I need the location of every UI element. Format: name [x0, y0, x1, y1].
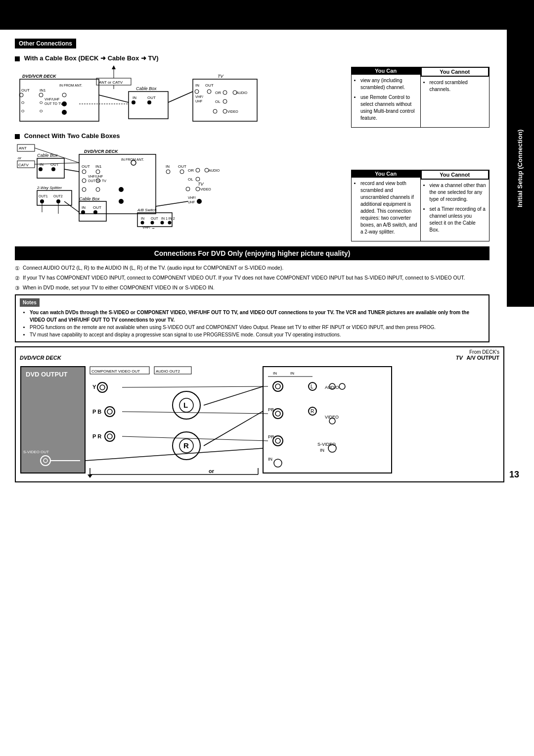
svg-text:OUT: OUT [205, 83, 214, 88]
svg-text:OUT TO TV: OUT TO TV [44, 102, 63, 105]
you-can-header-2: You Can [352, 170, 420, 178]
svg-text:COMPONENT VIDEO OUT: COMPONENT VIDEO OUT [91, 369, 140, 374]
you-cannot-header-2: You Cannot [421, 170, 490, 180]
svg-text:OUT: OUT [178, 164, 186, 169]
svg-text:VIDEO: VIDEO [325, 415, 339, 420]
av-output-label-area: From DECK's TV A/V OUTPUT [456, 349, 499, 361]
you-can-item-1-1: view any (including scrambled) channel. [360, 77, 417, 91]
svg-text:OUT: OUT [147, 95, 156, 100]
svg-point-78 [119, 199, 124, 204]
from-deck-label: From DECK's [456, 349, 499, 355]
svg-point-157 [273, 409, 283, 419]
you-cannot-item-1-1: record scrambled channels. [430, 79, 487, 93]
svg-rect-64 [79, 154, 156, 214]
svg-text:OUT: OUT [21, 88, 30, 93]
svg-line-117 [64, 169, 79, 172]
svg-point-14 [62, 93, 66, 97]
svg-point-166 [339, 383, 345, 389]
svg-text:DVD/VCR DECK: DVD/VCR DECK [84, 149, 119, 154]
svg-point-102 [141, 221, 144, 225]
dvd-output-section: DVD/VCR DECK From DECK's TV A/V OUTPUT D… [15, 346, 504, 482]
svg-point-163 [275, 438, 280, 443]
svg-text:AUDIO: AUDIO [209, 169, 220, 172]
svg-point-55 [39, 167, 43, 171]
svg-text:TV: TV [218, 74, 223, 79]
svg-text:DVD/VCR DECK: DVD/VCR DECK [22, 74, 57, 79]
svg-line-178 [122, 436, 268, 441]
svg-point-96 [197, 199, 202, 204]
svg-point-162 [273, 436, 283, 446]
you-cannot-item-2-2: set a Timer recording of a channel unles… [430, 206, 487, 234]
you-can-header-1: You Can [352, 67, 420, 75]
svg-text:IN: IN [273, 371, 277, 376]
svg-point-91 [186, 187, 190, 191]
svg-text:VIDEO: VIDEO [227, 110, 238, 113]
step-3: ③ When in DVD mode, set your TV to eithe… [15, 284, 490, 292]
you-can-content-1: view any (including scrambled) channel. … [352, 75, 420, 127]
svg-text:CATV: CATV [18, 163, 29, 167]
svg-text:Y: Y [92, 384, 96, 390]
svg-point-41 [213, 109, 217, 113]
svg-text:DVD OUTPUT: DVD OUTPUT [26, 371, 68, 378]
you-can-item-1-2: use Remote Control to select channels wi… [360, 94, 417, 122]
svg-point-137 [107, 434, 112, 439]
svg-text:IN1: IN1 [40, 88, 46, 93]
svg-text:VHF/UHF: VHF/UHF [88, 175, 103, 178]
svg-text:Cable Box: Cable Box [37, 153, 58, 158]
svg-text:ANT: ANT [19, 146, 27, 150]
svg-text:P R: P R [92, 433, 101, 439]
svg-point-18 [62, 110, 67, 115]
svg-point-31 [195, 90, 199, 94]
svg-point-36 [223, 91, 227, 94]
svg-text:IN: IN [320, 448, 324, 453]
svg-point-158 [275, 411, 280, 416]
svg-line-45 [168, 92, 193, 102]
svg-text:AUDIO OUT2: AUDIO OUT2 [156, 369, 180, 374]
svg-text:OUT: OUT [50, 162, 59, 167]
svg-point-10 [39, 93, 43, 97]
svg-text:OUT: OUT [93, 205, 101, 210]
svg-point-72 [82, 188, 86, 191]
svg-text:IN: IN [141, 217, 144, 220]
svg-text:L: L [183, 401, 188, 409]
svg-text:IN: IN [268, 457, 272, 462]
svg-text:IN: IN [195, 83, 199, 88]
svg-text:A/B Switch: A/B Switch [137, 208, 157, 212]
svg-text:P B: P B [92, 409, 101, 415]
tv-av-output: TV A/V OUTPUT [456, 355, 499, 361]
svg-point-103 [151, 221, 154, 225]
svg-text:UHF: UHF [195, 99, 202, 103]
svg-point-42 [223, 109, 227, 113]
svg-text:OUT2: OUT2 [53, 194, 63, 198]
svg-point-71 [82, 179, 86, 183]
svg-line-176 [122, 386, 268, 387]
dvd-output-diagram: DVD OUTPUT COMPONENT VIDEO OUT AUDIO OUT… [16, 362, 510, 480]
svg-point-131 [100, 385, 105, 390]
svg-text:AUDIO: AUDIO [236, 91, 248, 94]
note-item-1: You can watch DVDs through the S-VIDEO o… [30, 309, 485, 324]
svg-text:IN: IN [290, 371, 294, 376]
svg-point-17 [62, 101, 67, 106]
svg-text:VIDEO: VIDEO [200, 188, 211, 191]
svg-text:IN: IN [40, 162, 44, 167]
svg-point-173 [274, 459, 282, 467]
svg-marker-20 [112, 65, 116, 69]
svg-text:IN: IN [166, 164, 170, 169]
top-bar [0, 0, 534, 30]
numbered-steps: ① Connect AUDIO OUT2 (L, R) to the AUDIO… [15, 264, 490, 291]
notes-label: Notes [20, 298, 40, 307]
two-cable-boxes-diagram: ANT or CATV Cable Box IN OUT [15, 142, 277, 229]
svg-text:O: O [21, 109, 24, 113]
svg-point-112 [81, 210, 85, 214]
svg-text:TV: TV [198, 182, 204, 187]
svg-text:ANT or CATV: ANT or CATV [99, 80, 123, 85]
svg-text:OUT: OUT [82, 164, 90, 169]
svg-text:L: L [311, 384, 313, 389]
svg-text:O: O [21, 100, 24, 105]
svg-text:OL: OL [188, 177, 193, 182]
dvd-vcr-deck-label: DVD/VCR DECK [20, 355, 61, 361]
svg-rect-148 [263, 367, 392, 473]
svg-point-24 [132, 100, 135, 104]
you-cannot-item-2-1: view a channel other than the one select… [430, 182, 487, 203]
svg-text:Cable Box: Cable Box [79, 196, 100, 201]
